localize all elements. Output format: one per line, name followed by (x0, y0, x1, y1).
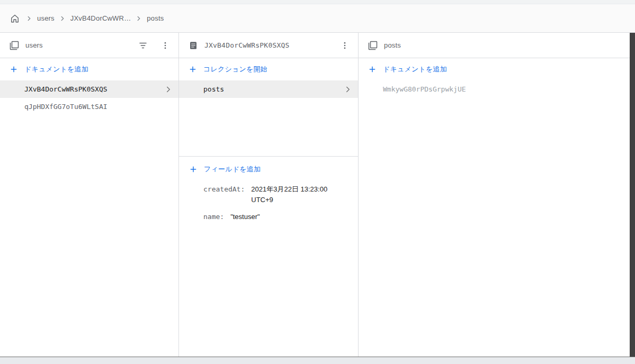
panel-title: JXvB4DorCwWRsPK0SXQS (204, 41, 330, 49)
plus-icon (368, 65, 377, 74)
subcollections-section: コレクションを開始 posts (179, 58, 358, 156)
field-value: "testuser" (230, 212, 260, 222)
window-bottom-edge (0, 357, 635, 364)
collection-icon (368, 41, 378, 50)
kebab-menu-icon[interactable] (337, 38, 353, 53)
plus-icon (10, 65, 18, 74)
home-icon[interactable] (8, 12, 21, 25)
add-document-label: ドキュメントを追加 (24, 65, 88, 74)
add-document-button[interactable]: ドキュメントを追加 (359, 58, 630, 80)
window-top-strip (0, 0, 635, 4)
add-field-button[interactable]: フィールドを追加 (179, 159, 358, 180)
document-id: qJpHDXfGG7oTu6WLtSAI (24, 103, 108, 111)
subcollection-id: posts (203, 85, 224, 93)
collection-icon (10, 41, 19, 50)
filter-list-icon[interactable] (135, 38, 151, 53)
document-id: JXvB4DorCwWRsPK0SXQS (24, 85, 108, 93)
document-row[interactable]: JXvB4DorCwWRsPK0SXQS (0, 80, 178, 98)
fields-section: フィールドを追加 createdAt: 2021年3月22日 13:23:00 … (179, 157, 358, 222)
chevron-right-icon (135, 15, 142, 22)
panel-header: JXvB4DorCwWRsPK0SXQS (179, 33, 358, 58)
breadcrumb-item-posts[interactable]: posts (147, 14, 164, 22)
breadcrumb-item-document[interactable]: JXvB4DorCwWR… (70, 14, 131, 22)
chevron-right-icon (25, 15, 33, 22)
field-value: 2021年3月22日 13:23:00 UTC+9 (251, 184, 335, 205)
start-collection-label: コレクションを開始 (203, 65, 267, 74)
chevron-right-icon (343, 85, 353, 94)
document-icon (189, 41, 198, 50)
field-name: createdAt: (203, 184, 245, 205)
panel-title: posts (384, 41, 624, 49)
start-collection-button[interactable]: コレクションを開始 (179, 58, 358, 80)
kebab-menu-icon[interactable] (157, 38, 173, 53)
firestore-data-screen: users JXvB4DorCwWR… posts users (0, 0, 635, 364)
document-id: WmkywG80rPDsGrpwkjUE (383, 85, 466, 93)
panel-header: users (0, 33, 178, 58)
firestore-panels: users ドキュメントを追加 JXv (0, 33, 630, 357)
document-row[interactable]: qJpHDXfGG7oTu6WLtSAI (0, 98, 178, 115)
document-row[interactable]: WmkywG80rPDsGrpwkjUE (359, 80, 630, 98)
panel-document: JXvB4DorCwWRsPK0SXQS コレクションを開始 posts (179, 33, 359, 357)
panel-collection-posts: posts ドキュメントを追加 WmkywG80rPDsGrpwkjUE (359, 33, 630, 357)
subcollection-row[interactable]: posts (179, 80, 358, 98)
breadcrumb: users JXvB4DorCwWR… posts (0, 4, 635, 33)
field-row-createdAt[interactable]: createdAt: 2021年3月22日 13:23:00 UTC+9 (179, 184, 358, 205)
plus-icon (189, 65, 197, 74)
panel-title: users (25, 41, 129, 49)
panel-header: posts (359, 33, 630, 58)
chevron-right-icon (59, 15, 66, 22)
field-row-name[interactable]: name: "testuser" (179, 212, 358, 222)
add-document-button[interactable]: ドキュメントを追加 (0, 58, 178, 80)
window-right-edge (630, 33, 635, 357)
field-name: name: (203, 212, 224, 222)
add-document-label: ドキュメントを追加 (383, 65, 447, 74)
panel-collection-users: users ドキュメントを追加 JXv (0, 33, 179, 357)
breadcrumb-item-users[interactable]: users (37, 14, 55, 22)
add-field-label: フィールドを追加 (204, 165, 261, 174)
chevron-right-icon (164, 85, 173, 94)
plus-icon (189, 165, 198, 174)
